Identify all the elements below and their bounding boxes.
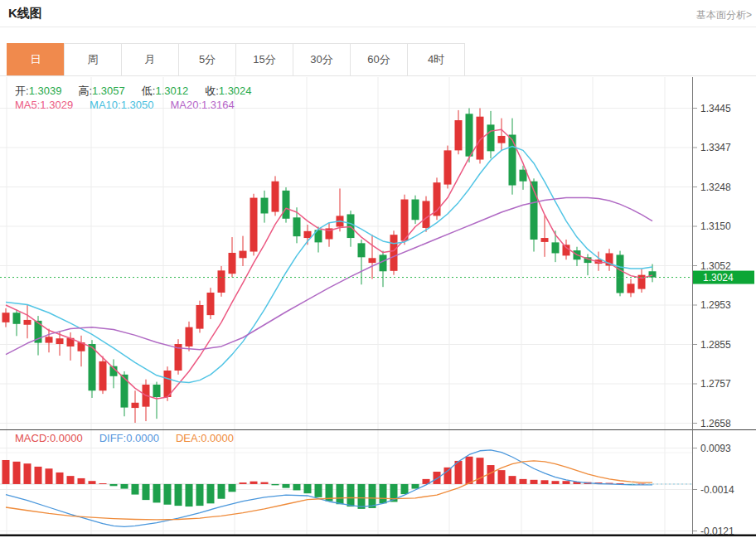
tab-5分[interactable]: 5分 [178,43,236,76]
macd-bar [466,457,473,484]
info-value: 1.3029 [40,99,73,111]
tab-月[interactable]: 月 [121,43,179,76]
macd-bar [121,484,128,489]
macd-bar [563,481,570,484]
macd-bar [250,482,258,484]
info-item: MACD:0.0000 [15,432,83,444]
candle-body [466,114,473,156]
price-axis-label: 1.3347 [700,142,731,153]
candle-body [153,385,161,397]
macd-bar [229,484,236,492]
price-axis-label: 1.3445 [700,103,731,114]
period-tabbar: 日周月5分15分30分60分4时 [7,43,465,76]
tab-15分[interactable]: 15分 [235,43,293,76]
candle-body [99,361,107,390]
candle-body [89,344,96,390]
candle-body [13,313,21,324]
macd-axis-label: 0.0093 [700,443,731,454]
tab-60分[interactable]: 60分 [350,43,408,76]
info-label: 高: [78,85,92,97]
macd-axis-labels: 0.0093-0.0014-0.0121 [693,443,734,537]
info-item: MA5:1.3029 [15,99,73,111]
price-axis-label: 1.2953 [700,299,731,311]
candle-body [272,182,279,212]
bottom-axis-bar [0,535,756,537]
info-item: DEA:0.0000 [176,432,234,444]
candle-body [369,258,376,263]
macd-bar [337,484,344,504]
macd-bar [434,472,441,484]
price-axis-labels: 1.34451.33471.32481.31501.30521.29531.28… [693,103,731,429]
info-label: MA10: [90,99,121,111]
macd-bar [444,468,452,484]
macd-bar [272,484,279,485]
info-value: 1.3164 [201,99,235,111]
page-title: K线图 [8,6,42,22]
info-label: DEA: [176,432,201,444]
info-item: MA10:1.3050 [90,99,153,111]
macd-bar [196,484,204,506]
info-item: 收:1.3024 [205,85,251,97]
macd-info-row: MACD:0.0000DIFF:0.0000DEA:0.0000 [15,432,250,444]
macd-bar [304,484,312,493]
ma5-line [6,129,652,399]
candle-body [250,198,258,252]
macd-bar [24,463,32,484]
candle-body [541,238,549,242]
candle-body [444,150,452,184]
macd-histogram [2,457,646,509]
price-axis-label: 1.2757 [700,378,731,390]
tab-周[interactable]: 周 [64,43,122,76]
macd-bar [240,482,247,484]
candle-body [293,217,301,236]
candle-body [423,201,430,227]
current-price-badge-label: 1.3024 [703,272,734,284]
candle-body [283,191,290,219]
macd-bar [132,484,139,495]
info-value: 1.3057 [92,85,125,97]
info-value: 1.3050 [121,99,154,111]
candle-body [261,198,269,214]
price-axis-label: 1.3150 [700,221,731,232]
macd-bar [369,484,376,508]
candle-body [455,120,463,150]
info-value: 0.0000 [201,432,234,444]
fundamental-analysis-link[interactable]: 基本面分析> [696,8,752,22]
macd-bar [99,483,107,484]
macd-bar [78,478,85,484]
macd-bar [110,484,118,486]
macd-bar [293,484,301,490]
candle-body [240,251,247,259]
macd-bar [380,484,387,503]
header: K线图 基本面分析> [0,0,756,27]
candle-body [207,293,215,315]
macd-bar [358,484,366,509]
macd-bar [164,484,172,505]
macd-bar [56,473,64,484]
candle-body [186,327,193,347]
tab-30分[interactable]: 30分 [293,43,351,76]
macd-bar [531,480,538,484]
ma-info-row: MA5:1.3029MA10:1.3050MA20:1.3164 [15,99,251,111]
tab-日[interactable]: 日 [7,43,65,76]
ma10-line [6,147,652,383]
info-label: 低: [142,85,156,97]
kline-chart-canvas[interactable]: 1.34451.33471.32481.31501.30521.29531.28… [0,0,756,538]
info-item: MA20:1.3164 [170,99,234,111]
candle-body [552,242,560,253]
macd-bar [89,481,96,484]
info-label: 开: [15,85,29,97]
info-value: 0.0000 [50,432,83,444]
candle-body [304,231,312,238]
ma20-line [6,198,652,355]
macd-bar [552,481,560,484]
info-value: 0.0000 [126,432,159,444]
candle-body [56,338,64,344]
candle-body [498,136,506,143]
candle-body [132,403,139,408]
info-value: 1.3024 [219,85,252,97]
tab-4时[interactable]: 4时 [407,43,465,76]
macd-bar [509,476,516,484]
info-value: 1.3012 [155,85,188,97]
macd-bar [520,479,527,484]
